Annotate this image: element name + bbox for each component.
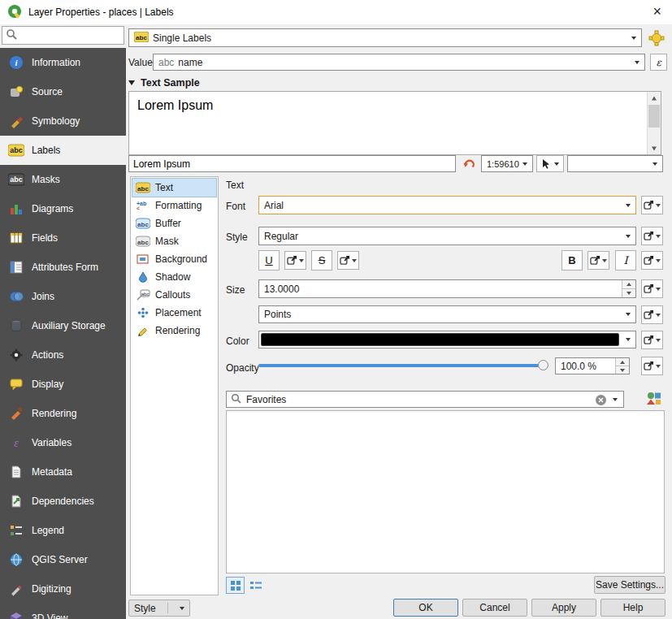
text-format-list[interactable]	[226, 410, 665, 574]
font-style-select[interactable]: Regular	[258, 227, 636, 245]
size-spinbox[interactable]: 13.0000	[258, 279, 636, 298]
sidebar-item-metadata[interactable]: Metadata	[0, 457, 126, 487]
sidebar-item-3d-view[interactable]: 3D View	[0, 604, 126, 619]
epsilon-icon: ε	[656, 57, 661, 68]
scrollbar-thumb[interactable]	[648, 105, 660, 128]
ok-button[interactable]: OK	[393, 599, 458, 617]
help-button[interactable]: Help	[600, 599, 665, 617]
tab-placement[interactable]: Placement	[132, 304, 216, 322]
pointer-icon	[541, 158, 551, 169]
map-settings-button[interactable]	[536, 155, 564, 172]
digitizing-icon	[8, 582, 24, 596]
save-settings-button[interactable]: Save Settings...	[594, 576, 665, 594]
tab-shadow[interactable]: Shadow	[132, 268, 216, 286]
color-label: Color	[226, 335, 249, 347]
tab-text[interactable]: abcText	[132, 179, 216, 197]
sidebar-item-variables[interactable]: εVariables	[0, 428, 126, 457]
bold-override-button[interactable]	[587, 251, 609, 270]
tab-buffer[interactable]: abcBuffer	[132, 214, 216, 232]
sidebar-item-digitizing[interactable]: Digitizing	[0, 574, 126, 604]
titlebar: Layer Properties - places | Labels ×	[0, 0, 672, 24]
actions-icon	[8, 348, 24, 362]
expression-builder-button[interactable]: ε	[650, 54, 667, 71]
rendering-icon	[8, 406, 24, 421]
style-override-button[interactable]	[641, 227, 663, 245]
spinner-buttons[interactable]	[615, 358, 629, 374]
italic-button[interactable]: I	[615, 250, 636, 271]
tab-background[interactable]: Background	[132, 250, 216, 268]
bold-button[interactable]: B	[561, 250, 583, 271]
spin-down-icon[interactable]	[616, 366, 629, 374]
clear-filter-icon[interactable]	[595, 394, 607, 406]
sidebar-item-source[interactable]: Source	[0, 77, 126, 106]
sidebar-item-symbology[interactable]: Symbology	[0, 106, 126, 136]
sidebar-item-joins[interactable]: Joins	[0, 282, 126, 311]
preview-scrollbar[interactable]	[647, 92, 661, 154]
scroll-down-icon[interactable]	[648, 142, 661, 154]
data-defined-override-icon	[644, 200, 654, 210]
tab-mask[interactable]: abcMask	[132, 232, 216, 250]
text-sample-expander[interactable]: Text Sample	[128, 77, 200, 89]
value-field-select[interactable]: abc name	[153, 54, 645, 71]
size-unit-select[interactable]: Points	[258, 305, 636, 323]
spin-up-icon[interactable]	[616, 358, 629, 366]
settings-search-input[interactable]	[20, 30, 120, 41]
style-filter-combo[interactable]: Favorites	[226, 391, 624, 408]
close-icon[interactable]: ×	[652, 3, 661, 19]
tab-label: Formatting	[155, 200, 202, 211]
labeling-mode-select[interactable]: abc Single Labels	[128, 28, 642, 47]
sidebar-item-display[interactable]: Display	[0, 370, 126, 399]
tab-label: Placement	[155, 307, 202, 318]
sidebar-item-labels[interactable]: abcLabels	[0, 136, 126, 165]
preview-scale-select[interactable]: 1:59610	[481, 155, 533, 172]
sidebar-item-dependencies[interactable]: Dependencies	[0, 487, 126, 516]
sidebar-item-diagrams[interactable]: Diagrams	[0, 194, 126, 223]
italic-override-button[interactable]	[641, 251, 663, 270]
list-view-button[interactable]	[246, 577, 265, 594]
sidebar-item-fields[interactable]: Fields	[0, 223, 126, 253]
settings-search[interactable]	[2, 26, 124, 45]
sidebar-item-qgis-server[interactable]: QGIS Server	[0, 545, 126, 574]
sidebar-item-attributes-form[interactable]: Attributes Form	[0, 253, 126, 282]
data-defined-override-icon	[644, 255, 654, 266]
font-override-button[interactable]	[641, 196, 663, 214]
spin-down-icon[interactable]	[622, 288, 635, 297]
size-override-button[interactable]	[641, 279, 663, 298]
strikethrough-button[interactable]: S	[311, 250, 332, 271]
spin-up-icon[interactable]	[622, 280, 635, 288]
opacity-spinbox[interactable]: 100.0 %	[555, 357, 630, 374]
color-override-button[interactable]	[641, 331, 663, 349]
sidebar-item-actions[interactable]: Actions	[0, 340, 126, 370]
sample-text-input[interactable]	[128, 155, 456, 172]
strikethrough-override-button[interactable]	[337, 251, 359, 270]
sidebar-item-legend[interactable]: Legend	[0, 516, 126, 545]
automated-placement-button[interactable]	[646, 28, 667, 48]
opacity-override-button[interactable]	[641, 357, 663, 375]
text-color-button[interactable]	[258, 331, 636, 348]
sidebar-item-information[interactable]: iInformation	[0, 48, 126, 77]
opacity-slider[interactable]	[258, 359, 548, 372]
style-manager-button[interactable]	[644, 388, 665, 408]
tab-formatting[interactable]: +ab<Formatting	[132, 197, 216, 214]
underline-override-button[interactable]	[284, 251, 306, 270]
cancel-button[interactable]: Cancel	[462, 599, 527, 617]
svg-text:abc: abc	[137, 239, 149, 246]
reset-sample-button[interactable]	[458, 155, 479, 172]
tab-callouts[interactable]: abcCallouts	[132, 286, 216, 304]
buffer-tab-icon: abc	[135, 218, 151, 229]
sidebar-item-masks[interactable]: abcMasks	[0, 165, 126, 194]
data-defined-override-icon	[590, 255, 600, 266]
apply-button[interactable]: Apply	[531, 599, 596, 617]
spinner-buttons[interactable]	[622, 280, 635, 297]
style-menu-button[interactable]: Style	[128, 600, 190, 617]
tab-rendering[interactable]: Rendering	[132, 322, 216, 340]
sidebar-item-auxiliary-storage[interactable]: Auxiliary Storage	[0, 311, 126, 340]
font-family-select[interactable]: Arial	[258, 196, 636, 214]
underline-button[interactable]: U	[258, 250, 280, 271]
slider-handle[interactable]	[538, 360, 548, 370]
sample-background-select[interactable]	[567, 155, 663, 172]
icon-view-button[interactable]	[226, 577, 245, 594]
sidebar-item-rendering[interactable]: Rendering	[0, 399, 126, 428]
unit-override-button[interactable]	[641, 305, 663, 324]
scroll-up-icon[interactable]	[648, 92, 661, 104]
